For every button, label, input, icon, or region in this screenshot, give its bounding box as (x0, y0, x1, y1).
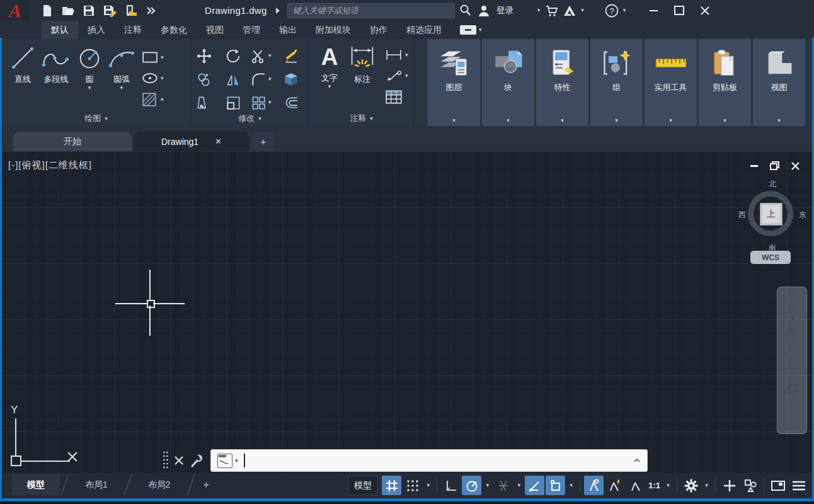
rectangle-tool[interactable]: ▾ (142, 50, 164, 64)
ortho-toggle[interactable] (441, 476, 461, 495)
trim-caret-icon[interactable]: ▾ (268, 53, 272, 59)
signin-caret-icon[interactable]: ▾ (537, 8, 541, 13)
tab-view[interactable]: 视图 (197, 21, 233, 39)
snap-caret-icon[interactable]: ▾ (423, 476, 433, 495)
command-history-icon[interactable] (217, 454, 232, 468)
grid-toggle[interactable] (382, 476, 401, 495)
command-collapse-icon[interactable] (633, 458, 641, 463)
arc-flyout-caret-icon[interactable]: ▾ (120, 85, 123, 91)
ellipse-caret-icon[interactable]: ▾ (161, 76, 164, 81)
tab-collaborate[interactable]: 协作 (360, 21, 397, 39)
block-panel-caret-icon[interactable]: ▾ (507, 118, 510, 123)
layout-tab-model[interactable]: 模型 (12, 474, 60, 495)
mirror-tool[interactable] (225, 67, 250, 91)
command-customize-wrench-icon[interactable] (190, 453, 204, 468)
panel-view[interactable]: 视图 ▾ (753, 39, 805, 126)
save-as-button[interactable] (103, 4, 117, 18)
annotation-autoscale-toggle[interactable] (605, 476, 624, 495)
viewcube-north-label[interactable]: 北 (769, 179, 776, 190)
annotation-scale-value[interactable]: 1:1 (646, 481, 662, 490)
wcs-menu[interactable]: WCS (750, 251, 791, 264)
panel-draw-title[interactable]: 绘图▾ (2, 113, 190, 124)
groups-panel-caret-icon[interactable]: ▾ (615, 118, 618, 123)
trim-tool[interactable]: ▾ (250, 44, 283, 67)
user-button[interactable] (477, 4, 491, 18)
close-button[interactable] (701, 6, 709, 15)
snap-toggle[interactable] (403, 476, 422, 495)
object-snap-caret-icon[interactable]: ▾ (566, 476, 576, 495)
move-tool[interactable] (196, 44, 225, 67)
tab-annotate[interactable]: 注释 (115, 21, 151, 39)
customization-button[interactable] (789, 476, 808, 495)
file-tab-close-icon[interactable]: ✕ (215, 137, 222, 146)
viewport-minimize-button[interactable] (750, 165, 758, 167)
utilities-panel-caret-icon[interactable]: ▾ (669, 118, 672, 123)
array-tool[interactable]: ▾ (250, 91, 283, 114)
pan-hand-icon[interactable] (783, 326, 801, 345)
hatch-tool[interactable]: ▾ (142, 92, 164, 107)
app-menu-button[interactable]: A (0, 0, 30, 21)
arc-tool[interactable]: 圆弧 ▾ (106, 44, 137, 107)
panel-modify-title[interactable]: 修改▾ (191, 113, 309, 124)
navigation-bar[interactable] (777, 287, 807, 434)
panel-annotation-title[interactable]: 注释▾ (309, 113, 413, 124)
tab-addins[interactable]: 附加模块 (306, 21, 360, 39)
save-button[interactable] (82, 4, 96, 18)
help-caret-icon[interactable]: ▾ (623, 8, 626, 13)
open-file-button[interactable] (61, 4, 75, 18)
tab-insert[interactable]: 插入 (78, 21, 115, 39)
orbit-icon[interactable] (782, 379, 801, 398)
panel-layers[interactable]: 图层 ▾ (428, 39, 480, 126)
workspace-caret-icon[interactable]: ▾ (702, 476, 711, 495)
workspace-switching-button[interactable] (681, 476, 701, 495)
erase-tool[interactable] (283, 44, 308, 67)
viewcube-east-label[interactable]: 东 (799, 210, 806, 220)
zoom-icon[interactable] (782, 348, 801, 366)
autodesk-caret-icon[interactable]: ▾ (581, 8, 584, 13)
offset-tool[interactable] (283, 91, 308, 114)
fillet-caret-icon[interactable]: ▾ (268, 76, 272, 82)
tab-featured-apps[interactable]: 精选应用 (397, 21, 451, 39)
open-web-mobile-button[interactable] (123, 4, 137, 18)
isolate-objects-button[interactable] (740, 476, 760, 495)
object-snap-toggle[interactable] (546, 476, 565, 495)
table-tool[interactable] (385, 89, 408, 105)
leader-caret-icon[interactable]: ▾ (405, 73, 408, 79)
new-file-button[interactable] (40, 4, 54, 18)
polar-caret-icon[interactable]: ▾ (483, 476, 492, 495)
panel-block[interactable]: 块 ▾ (482, 39, 534, 126)
tab-manage[interactable]: 管理 (233, 21, 270, 39)
autodesk-button[interactable] (563, 4, 576, 18)
signin-label[interactable]: 登录 (496, 5, 514, 16)
search-input[interactable]: 键入关键字或短语 (287, 3, 455, 18)
tab-home[interactable]: 默认 (42, 21, 78, 39)
rotate-tool[interactable] (225, 44, 250, 67)
text-caret-icon[interactable]: ▾ (328, 84, 331, 89)
annotation-visibility-toggle[interactable] (584, 476, 604, 495)
viewport-restore-button[interactable] (770, 161, 779, 170)
clean-screen-button[interactable] (768, 476, 788, 495)
isodraft-toggle[interactable] (493, 476, 513, 495)
annotation-scale-caret-icon[interactable]: ▾ (663, 476, 673, 495)
polar-tracking-toggle[interactable] (462, 476, 481, 495)
panel-groups[interactable]: 组 ▾ (590, 39, 643, 126)
file-tab-drawing1[interactable]: Drawing1 ✕ (134, 132, 249, 151)
explode-tool[interactable] (283, 67, 308, 91)
maximize-button[interactable] (674, 6, 684, 15)
object-snap-tracking-toggle[interactable] (525, 476, 544, 495)
viewport-controls-label[interactable]: [-][俯视][二维线框] (8, 159, 92, 171)
circle-tool[interactable]: 圆 ▾ (75, 44, 104, 107)
viewcube-west-label[interactable]: 西 (738, 210, 746, 220)
model-space-toggle[interactable]: 模型 (348, 476, 378, 495)
minimize-button[interactable] (650, 10, 658, 11)
stretch-tool[interactable] (196, 91, 225, 114)
annotation-monitor-button[interactable] (719, 476, 739, 495)
hatch-caret-icon[interactable]: ▾ (161, 97, 164, 103)
drawing-canvas[interactable]: [-][俯视][二维线框] 上 北 南 西 东 WCS Y (2, 151, 812, 472)
leader-tool[interactable]: ▾ (385, 69, 408, 83)
dimension-tool[interactable]: 标注 (345, 44, 380, 105)
ellipse-tool[interactable]: ▾ (142, 71, 164, 85)
polyline-tool[interactable]: 多段线 (40, 44, 72, 107)
array-caret-icon[interactable]: ▾ (268, 100, 272, 105)
tab-parametric[interactable]: 参数化 (151, 21, 197, 39)
